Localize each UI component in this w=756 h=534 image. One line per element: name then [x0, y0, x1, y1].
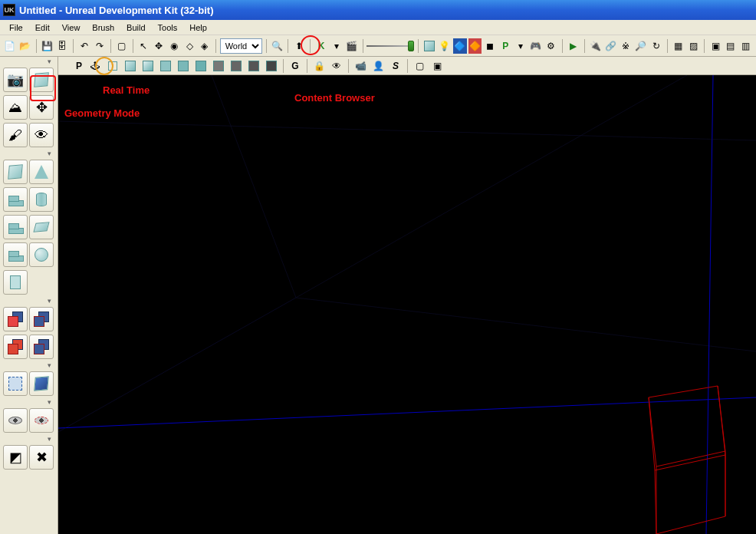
play-button[interactable]: P [498, 38, 512, 54]
redo-button[interactable]: ↷ [93, 38, 107, 54]
brush-cylinder[interactable] [29, 187, 54, 212]
misc3-icon[interactable]: ▥ [739, 38, 753, 54]
select-special-button[interactable] [3, 371, 28, 396]
terrain-mode-button[interactable]: ⛰ [3, 95, 28, 120]
publish-button[interactable]: ▶ [567, 38, 580, 54]
csg-deintersect-button[interactable] [29, 335, 54, 359]
brush-linear-stair[interactable] [3, 215, 28, 239]
grip[interactable] [0, 434, 58, 443]
lock-sel-icon[interactable]: ▦ [672, 38, 685, 54]
titlebar: UK Untitled - Unreal Development Kit (32… [0, 0, 756, 20]
build-cover-button[interactable]: 🔶 [468, 38, 482, 54]
light-complexity-view[interactable] [192, 58, 209, 74]
misc2-icon[interactable]: ▤ [724, 38, 738, 54]
lock-sel2-icon[interactable]: ▨ [686, 38, 700, 54]
lightmap-density-view[interactable] [245, 58, 262, 74]
coord-dropdown[interactable]: World [220, 38, 262, 54]
select-tool[interactable]: ↖ [137, 38, 151, 54]
maximize-viewport-icon[interactable]: ▢ [411, 58, 428, 74]
lod-view[interactable] [263, 58, 280, 74]
brush-cone[interactable] [29, 160, 54, 184]
invert-selection-button[interactable]: ◩ [3, 445, 28, 470]
kismet-button[interactable]: K [314, 38, 328, 54]
wireframe-view[interactable] [104, 58, 121, 74]
zoom-icon[interactable]: 🔎 [634, 38, 648, 54]
save-button[interactable]: 💾 [41, 38, 54, 54]
perspective-viewport[interactable] [58, 75, 756, 534]
menu-edit[interactable]: Edit [29, 21, 56, 34]
lock-viewport-icon[interactable]: 🔒 [311, 58, 327, 74]
screenshot-icon[interactable]: S [387, 58, 404, 74]
grip[interactable] [0, 397, 58, 407]
grip[interactable] [0, 361, 58, 370]
unlit-view[interactable] [122, 58, 139, 74]
play-console-button[interactable]: 🎮 [529, 38, 543, 54]
brush-cube[interactable] [3, 160, 28, 184]
misc1-icon[interactable]: ▣ [708, 38, 722, 54]
svg-line-10 [718, 386, 725, 451]
orbit-icon[interactable]: ↻ [649, 38, 663, 54]
cook-button[interactable]: ⚙ [544, 38, 558, 54]
lit-view[interactable] [140, 58, 156, 74]
tear-off-icon[interactable]: ▣ [429, 58, 445, 74]
kismet-dropdown[interactable]: ▾ [330, 38, 343, 54]
pawn-icon[interactable]: 👤 [370, 58, 386, 74]
grip[interactable] [0, 57, 58, 66]
socket-icon2[interactable]: 🔗 [603, 38, 617, 54]
csg-subtract-button[interactable] [29, 307, 54, 331]
build-light-button[interactable]: 💡 [438, 38, 452, 54]
texture-density-view[interactable] [210, 58, 227, 74]
play-dropdown[interactable]: ▾ [514, 38, 528, 54]
camera-mode-button[interactable]: 📷 [3, 68, 28, 92]
brush-volumetric[interactable] [3, 270, 28, 295]
static-mesh-button[interactable]: 👁 [29, 123, 54, 147]
grip[interactable] [0, 149, 58, 158]
brush-sphere[interactable] [29, 242, 54, 267]
game-view-toggle[interactable]: G [287, 58, 304, 74]
menu-help[interactable]: Help [183, 21, 213, 34]
search-button[interactable]: 🔍 [271, 38, 284, 54]
build-geom-button[interactable] [422, 38, 436, 54]
texture-align-button[interactable]: ✥ [29, 95, 54, 120]
csg-intersect-button[interactable] [3, 335, 28, 359]
brush-sheet[interactable] [29, 215, 54, 239]
new-button[interactable]: 📄 [3, 38, 17, 54]
rotate-tool[interactable]: ◉ [167, 38, 181, 54]
menu-file[interactable]: File [3, 21, 29, 34]
grip[interactable] [0, 296, 58, 305]
misc-tool-button[interactable]: ✖ [29, 445, 54, 470]
csg-add-button[interactable] [3, 307, 28, 331]
open-button[interactable]: 📂 [18, 38, 32, 54]
brush-curved-stair[interactable] [3, 187, 28, 212]
menu-brush[interactable]: Brush [86, 21, 120, 34]
show-selected-button[interactable] [3, 408, 28, 433]
shader-complexity-view[interactable] [228, 58, 245, 74]
mesh-paint-button[interactable]: 🖌 [3, 123, 28, 147]
translate-tool[interactable]: ✥ [152, 38, 166, 54]
brush-spiral-stair[interactable] [3, 242, 28, 267]
socket-icon[interactable]: 🔌 [588, 38, 602, 54]
detail-lighting-view[interactable] [157, 58, 174, 74]
menu-build[interactable]: Build [120, 21, 151, 34]
select-brush-button[interactable] [29, 371, 54, 396]
scale-nonuniform-tool[interactable]: ◈ [198, 38, 212, 54]
content-browser-button[interactable]: ⬆ [292, 38, 306, 54]
build-paths-button[interactable]: 🔷 [453, 38, 467, 54]
perspective-label[interactable]: P [72, 58, 86, 74]
geometry-mode-button[interactable] [29, 68, 54, 92]
lighting-only-view[interactable] [175, 58, 192, 74]
camera-speed-icon[interactable]: 📹 [352, 58, 369, 74]
view-distance-slider[interactable] [366, 40, 414, 52]
scale-tool[interactable]: ◇ [182, 38, 196, 54]
save-all-button[interactable]: 🗄 [55, 38, 69, 54]
show-flags-icon[interactable]: 👁 [328, 58, 345, 74]
cluster-icon[interactable]: ※ [619, 38, 633, 54]
build-all-button[interactable]: ◼ [483, 38, 497, 54]
undo-button[interactable]: ↶ [77, 38, 91, 54]
matinee-button[interactable]: 🎬 [345, 38, 359, 54]
far-clip-button[interactable]: ▢ [115, 38, 129, 54]
hide-selected-button[interactable] [29, 408, 54, 433]
realtime-toggle[interactable]: 🕹 [87, 58, 104, 74]
menu-tools[interactable]: Tools [152, 21, 184, 34]
menu-view[interactable]: View [56, 21, 87, 34]
